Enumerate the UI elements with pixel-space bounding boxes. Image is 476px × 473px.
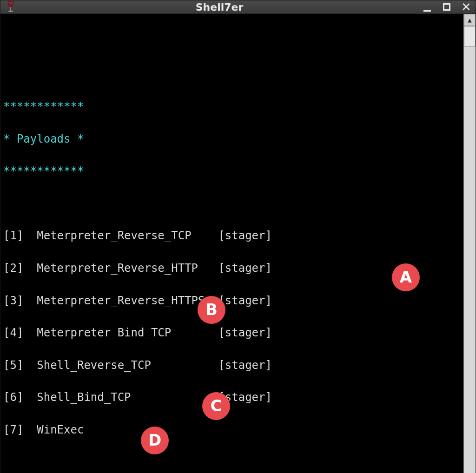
blank-line: [3, 66, 459, 82]
maximize-button[interactable]: [441, 1, 452, 13]
scrollbar-up-arrow-icon[interactable]: ▲: [464, 14, 476, 26]
vertical-scrollbar[interactable]: ▲: [463, 14, 476, 473]
payloads-box-bottom: ************: [3, 163, 459, 179]
blank-line: [3, 454, 459, 471]
svg-rect-1: [10, 7, 11, 11]
blank-line: [3, 196, 459, 212]
terminal-output[interactable]: ************ * Payloads * ************ […: [0, 14, 463, 473]
payload-item: [4] Meterpreter_Bind_TCP [stager]: [3, 325, 459, 341]
payloads-box-label: * Payloads *: [3, 131, 459, 147]
svg-point-2: [8, 10, 13, 12]
annotation-badge-c: C: [202, 392, 230, 420]
payload-item: [5] Shell_Reverse_TCP [stager]: [3, 357, 459, 374]
annotation-badge-b: B: [198, 296, 225, 324]
app-window: Shell7er ✕ ************ * Payloads * ***…: [0, 0, 476, 473]
payloads-box-top: ************: [3, 99, 459, 115]
payload-item: [7] WinExec: [3, 422, 459, 438]
window-controls: ✕: [422, 1, 472, 13]
payload-item: [6] Shell_Bind_TCP [stager]: [3, 389, 459, 406]
minimize-button[interactable]: [422, 1, 433, 13]
payload-item: [1] Meterpreter_Reverse_TCP [stager]: [3, 228, 459, 244]
payload-item: [2] Meterpreter_Reverse_HTTP [stager]: [3, 260, 459, 276]
scrollbar-thumb[interactable]: [464, 26, 476, 46]
blank-line: [3, 34, 459, 50]
payload-item: [3] Meterpreter_Reverse_HTTPS [stager]: [3, 293, 459, 309]
client-area: ************ * Payloads * ************ […: [0, 14, 476, 473]
annotation-badge-d: D: [141, 427, 169, 454]
wine-icon: [4, 0, 17, 13]
window-title: Shell7er: [17, 1, 422, 13]
titlebar[interactable]: Shell7er ✕: [0, 0, 476, 14]
close-button[interactable]: ✕: [461, 1, 472, 13]
svg-point-0: [8, 2, 13, 4]
annotation-badge-a: A: [392, 263, 420, 291]
scrollbar-track[interactable]: [464, 26, 476, 473]
